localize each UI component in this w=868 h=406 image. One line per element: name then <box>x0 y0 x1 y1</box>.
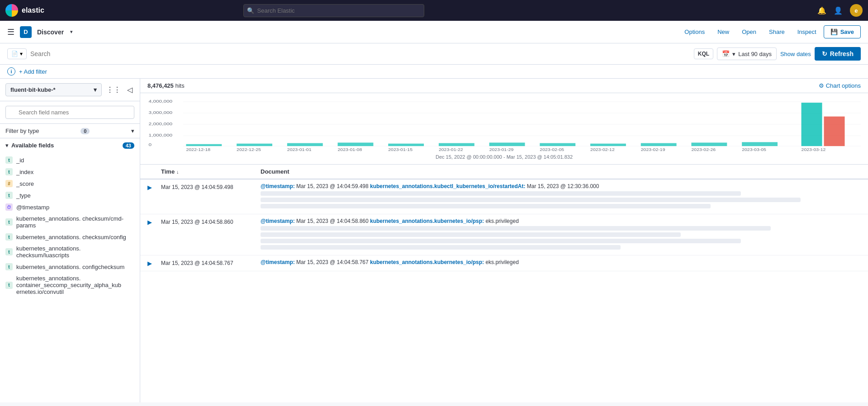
blurred-content <box>261 204 711 208</box>
filter-info-icon[interactable]: i <box>7 67 15 76</box>
svg-rect-10 <box>186 144 222 146</box>
field-item[interactable]: tkubernetes_annotations. container_secco… <box>0 273 140 297</box>
timestamp-val: Mar 15, 2023 @ 14:04:59.498 <box>296 183 370 189</box>
refresh-icon: ↻ <box>822 50 827 57</box>
add-filter-button[interactable]: + Add filter <box>19 68 47 75</box>
date-range-label: Last 90 days <box>738 51 772 57</box>
filter-type-count: 0 <box>81 128 90 134</box>
notifications-icon[interactable]: 🔔 <box>817 6 826 15</box>
svg-text:2023-02-05: 2023-02-05 <box>540 147 564 151</box>
user-avatar[interactable]: e <box>850 4 863 17</box>
kql-badge[interactable]: KQL <box>694 48 713 59</box>
svg-rect-16 <box>489 142 525 146</box>
global-search-bar[interactable]: 🔍 <box>243 4 424 17</box>
chart-options-button[interactable]: ⚙ Chart options <box>819 82 861 89</box>
field-item[interactable]: t_id <box>0 154 140 166</box>
available-fields-header[interactable]: Available fields 43 <box>0 138 140 152</box>
annotation-key: kubernetes_annotations.kubectl_kubernete… <box>370 183 525 189</box>
svg-text:2023-01-08: 2023-01-08 <box>338 147 362 151</box>
elastic-logo[interactable]: elastic <box>5 4 44 17</box>
new-button[interactable]: New <box>712 26 735 38</box>
hits-bar: 8,476,425 hits ⚙ Chart options <box>140 79 868 93</box>
fields-list: t_idt_index#_scoret_type⏱@timestamptkube… <box>0 152 140 402</box>
row-expand-button[interactable]: ▶ <box>147 218 161 226</box>
row-document: @timestamp: Mar 15, 2023 @ 14:04:59.498 … <box>261 183 861 210</box>
hits-count-display: 8,476,425 hits <box>147 82 185 89</box>
field-type-badge: t <box>5 248 13 255</box>
query-language-button[interactable]: 📄 <box>7 48 27 59</box>
field-item[interactable]: t_index <box>0 166 140 178</box>
row-expand-button[interactable]: ▶ <box>147 183 161 191</box>
time-label: Time <box>161 168 175 175</box>
calendar-icon: 📅 <box>722 50 730 57</box>
kql-search-input[interactable] <box>30 50 690 57</box>
sidebar-collapse-button[interactable]: ⋮⋮ <box>104 84 123 96</box>
table-row: ▶ Mar 15, 2023 @ 14:04:58.860 @timestamp… <box>140 214 868 255</box>
field-item[interactable]: tkubernetes_annotations. checksum/cmd-pa… <box>0 213 140 231</box>
query-icon-symbol: 📄 <box>11 51 18 57</box>
doc-col-header: Document <box>261 168 861 175</box>
field-name: kubernetes_annotations. container_seccom… <box>16 275 134 295</box>
hamburger-menu[interactable]: ☰ <box>7 27 14 37</box>
inspect-button[interactable]: Inspect <box>792 26 822 38</box>
field-name: _score <box>16 180 34 187</box>
svg-rect-13 <box>338 142 374 146</box>
logo-text: elastic <box>22 6 44 14</box>
results-table: Time Document ▶ Mar 15, 2023 @ 14:04:59.… <box>140 165 868 402</box>
filter-by-type-row[interactable]: Filter by type 0 <box>0 124 140 138</box>
share-button[interactable]: Share <box>764 26 790 38</box>
doc-primary-fields: @timestamp: Mar 15, 2023 @ 14:04:59.498 … <box>261 183 861 189</box>
logo-icon <box>5 4 18 17</box>
field-search-input[interactable] <box>5 106 134 119</box>
field-item[interactable]: tkubernetes_annotations. configchecksum <box>0 261 140 273</box>
svg-text:2022-12-25: 2022-12-25 <box>237 147 261 151</box>
field-type-badge: t <box>5 263 13 270</box>
svg-rect-11 <box>237 144 272 146</box>
user-menu-icon[interactable]: 👤 <box>834 6 843 15</box>
svg-rect-12 <box>287 143 323 146</box>
chart-options-label: Chart options <box>826 82 861 89</box>
field-type-badge: t <box>5 156 13 164</box>
timestamp-key: @timestamp: <box>261 218 295 224</box>
refresh-button[interactable]: ↻ Refresh <box>815 47 861 61</box>
blurred-content <box>261 191 741 196</box>
expand-col-header <box>147 168 161 175</box>
options-button[interactable]: Options <box>679 26 710 38</box>
svg-text:2023-02-26: 2023-02-26 <box>691 147 716 151</box>
svg-text:3,000,000: 3,000,000 <box>149 110 173 115</box>
svg-text:0: 0 <box>149 142 152 147</box>
date-picker[interactable]: 📅 Last 90 days <box>717 47 777 60</box>
annotation-val: Mar 15, 2023 @ 12:30:36.000 <box>527 183 599 189</box>
row-expand-button[interactable]: ▶ <box>147 259 161 267</box>
sort-icon <box>176 168 179 175</box>
annotation-key: kubernetes_annotations.kubernetes_io/psp… <box>370 218 484 224</box>
svg-rect-21 <box>742 142 778 146</box>
field-item[interactable]: #_score <box>0 178 140 189</box>
global-search-input[interactable] <box>243 4 424 17</box>
field-item[interactable]: ⏱@timestamp <box>0 201 140 213</box>
save-button[interactable]: 💾 Save <box>824 25 861 38</box>
timestamp-key: @timestamp: <box>261 259 295 265</box>
show-dates-button[interactable]: Show dates <box>780 51 811 57</box>
svg-text:2023-01-29: 2023-01-29 <box>489 147 514 151</box>
app-dropdown-icon[interactable] <box>70 29 73 35</box>
sidebar: fluent-bit-kube-* ⋮⋮ ◁ 🔍 Filter by type … <box>0 79 140 402</box>
query-dropdown-icon <box>20 51 23 57</box>
svg-text:2023-01-15: 2023-01-15 <box>388 147 413 151</box>
field-item[interactable]: tkubernetes_annotations. checksum/luascr… <box>0 243 140 261</box>
field-item[interactable]: t_type <box>0 189 140 201</box>
sidebar-toggle-button[interactable]: ◁ <box>125 84 134 96</box>
field-type-badge: t <box>5 282 13 289</box>
svg-text:2023-03-05: 2023-03-05 <box>742 147 766 151</box>
field-name: _index <box>16 169 33 175</box>
open-button[interactable]: Open <box>736 26 762 38</box>
svg-rect-15 <box>439 143 474 146</box>
histogram-chart: 4,000,000 3,000,000 2,000,000 1,000,000 … <box>147 97 861 151</box>
field-item[interactable]: tkubernetes_annotations. checksum/config <box>0 231 140 243</box>
blurred-content <box>261 198 801 202</box>
field-search-area: 🔍 <box>0 101 140 124</box>
timestamp-key: @timestamp: <box>261 183 295 189</box>
available-fields-chevron <box>5 142 9 149</box>
index-pattern-button[interactable]: fluent-bit-kube-* <box>5 83 102 96</box>
time-col-header[interactable]: Time <box>161 168 261 175</box>
